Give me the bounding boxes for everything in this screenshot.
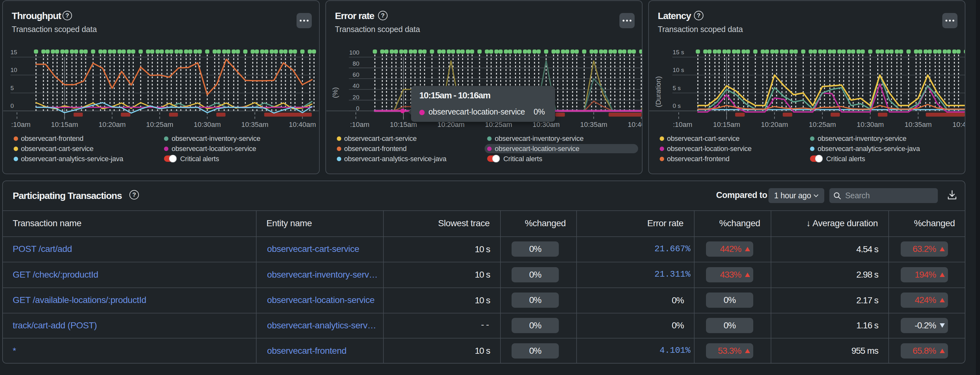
svg-text:(%): (%): [331, 87, 339, 98]
svg-text:10:10am: 10:10am: [342, 121, 369, 129]
svg-text:10:20am: 10:20am: [761, 121, 788, 129]
svg-text:40: 40: [353, 83, 360, 89]
svg-text:10:10am: 10:10am: [3, 121, 31, 129]
svg-text:(Duration): (Duration): [654, 76, 662, 107]
svg-text:10:30am: 10:30am: [857, 121, 884, 129]
svg-text:10:35am: 10:35am: [580, 121, 607, 129]
svg-text:0 s: 0 s: [673, 102, 681, 109]
svg-text:0: 0: [356, 105, 360, 112]
svg-text:10:10am: 10:10am: [665, 121, 692, 129]
svg-text:10:35am: 10:35am: [905, 121, 932, 129]
svg-text:10:15am: 10:15am: [390, 121, 417, 129]
svg-text:80: 80: [353, 60, 360, 67]
svg-text:10:15am: 10:15am: [51, 121, 78, 129]
svg-text:15: 15: [11, 49, 17, 56]
svg-text:10:20am: 10:20am: [99, 121, 126, 129]
svg-text:100: 100: [349, 49, 360, 56]
svg-text:0: 0: [11, 102, 14, 109]
svg-text:10:15am: 10:15am: [713, 121, 740, 129]
svg-text:60: 60: [353, 72, 360, 78]
svg-text:10:40am: 10:40am: [628, 121, 642, 129]
svg-text:10:40am: 10:40am: [952, 121, 965, 129]
svg-text:10:35am: 10:35am: [241, 121, 269, 129]
svg-text:5 s: 5 s: [673, 85, 681, 91]
svg-text:10: 10: [11, 67, 17, 73]
svg-text:5: 5: [11, 85, 14, 91]
svg-text:10:25am: 10:25am: [146, 121, 173, 129]
svg-text:10:25am: 10:25am: [809, 121, 836, 129]
svg-text:15 s: 15 s: [673, 49, 684, 56]
svg-text:10 s: 10 s: [673, 67, 684, 73]
svg-text:10:40am: 10:40am: [289, 121, 316, 129]
svg-text:10:30am: 10:30am: [194, 121, 221, 129]
svg-text:20: 20: [353, 94, 360, 101]
